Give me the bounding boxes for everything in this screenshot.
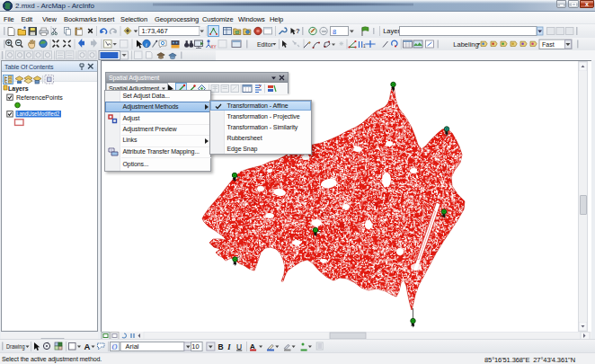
svg-text:Layer:: Layer: xyxy=(383,27,402,35)
svg-text:1: 1 xyxy=(363,43,366,49)
svg-text:Editor: Editor xyxy=(257,41,273,48)
svg-text:Drawing: Drawing xyxy=(6,343,25,351)
svg-text:Fast: Fast xyxy=(542,41,555,48)
svg-text:8: 8 xyxy=(333,28,336,36)
svg-text:U: U xyxy=(236,342,242,351)
svg-text:ReferencePoints: ReferencePoints xyxy=(16,94,63,101)
svg-text:Arial: Arial xyxy=(126,342,139,351)
svg-text:A: A xyxy=(250,342,255,351)
svg-text:B: B xyxy=(218,342,224,351)
svg-text:1:73,467: 1:73,467 xyxy=(142,27,168,35)
svg-text:Layers: Layers xyxy=(8,85,29,93)
svg-text:?: ? xyxy=(296,27,300,35)
svg-text:XY: XY xyxy=(211,45,217,49)
svg-text:A: A xyxy=(84,342,91,351)
svg-text:10: 10 xyxy=(191,342,199,351)
svg-text:LandUseModified2: LandUseModified2 xyxy=(16,111,59,117)
svg-text:O: O xyxy=(112,343,118,351)
svg-text:I: I xyxy=(226,342,231,351)
svg-text:i: i xyxy=(146,41,147,49)
svg-text:Labeling: Labeling xyxy=(453,40,478,49)
